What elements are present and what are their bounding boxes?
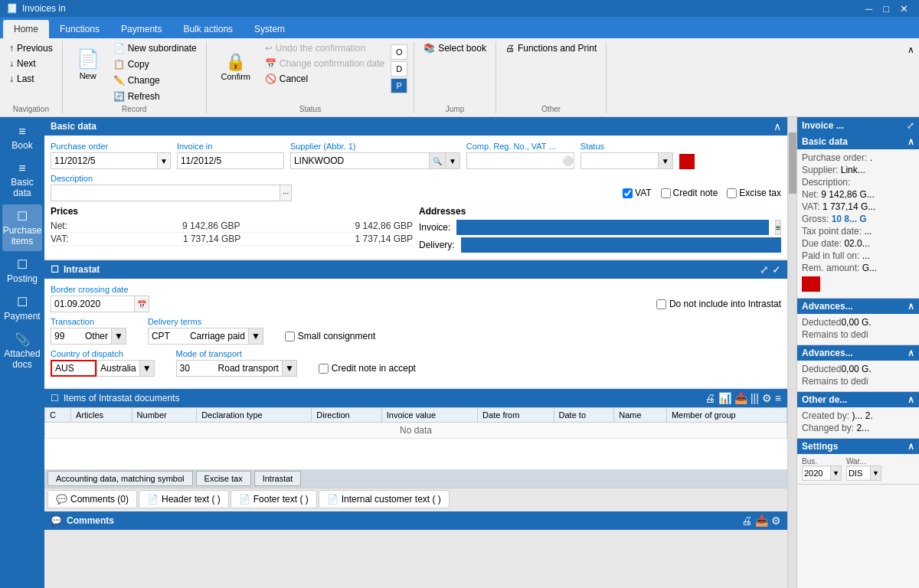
supplier-dropdown-btn[interactable]: ▼ [445,153,460,168]
excise-tax-checkbox-label[interactable]: Excise tax [727,188,781,198]
footer-text-icon: 📄 [239,494,250,505]
invoice-address-btn[interactable]: ≡ [775,220,781,235]
close-button[interactable]: ✕ [895,3,913,15]
right-basic-data-title[interactable]: Basic data ∧ [797,134,919,149]
border-crossing-input[interactable] [51,296,135,312]
do-not-include-label[interactable]: Do not include into Intrastat [656,299,781,309]
transaction-dropdown-btn[interactable]: ▼ [111,328,126,344]
intrastat-expand-btn[interactable]: ⤢ [760,263,769,276]
header-text-tab[interactable]: 📄 Header text ( ) [139,490,229,508]
comments-tab[interactable]: 💬 Comments (0) [47,490,137,508]
items-export-btn[interactable]: 📥 [734,392,747,404]
sidebar-book[interactable]: ≡ Book [2,120,42,155]
delivery-terms-input[interactable] [149,329,187,343]
supplier-search-btn[interactable]: 🔍 [429,153,445,168]
border-crossing-calendar-btn[interactable]: 📅 [135,296,149,312]
select-book-button[interactable]: 📚 Select book [420,41,489,55]
items-settings-btn[interactable]: ⚙ [762,392,772,404]
transaction-input[interactable] [51,329,82,343]
scrollbar-thumb[interactable] [789,132,796,194]
right-panel-expand-btn[interactable]: ⤢ [907,120,914,131]
country-dropdown-btn[interactable]: ▼ [139,361,154,376]
items-chart-btn[interactable]: 📊 [718,392,731,404]
sidebar-purchase-items[interactable]: ☐ Purchase items [2,204,42,251]
functions-print-button[interactable]: 🖨 Functions and Print [502,41,600,55]
new-subordinate-button[interactable]: 📄 New subordinate [110,41,200,55]
vat-checkbox-label[interactable]: VAT [623,188,652,198]
credit-note-checkbox-label[interactable]: Credit note [661,188,718,198]
tab-home[interactable]: Home [3,20,49,38]
intrastat-tab[interactable]: Intrastat [254,471,302,486]
cancel-button[interactable]: 🚫 Cancel [262,72,388,86]
accounting-data-tab[interactable]: Accounting data, matching symbol [47,471,193,486]
right-other-title[interactable]: Other de... ∧ [797,392,919,407]
tab-system[interactable]: System [244,20,296,38]
new-button[interactable]: 📄 New [69,41,107,87]
small-consignment-label[interactable]: Small consignment [285,331,375,341]
intrastat-confirm-btn[interactable]: ✓ [772,263,781,276]
copy-button[interactable]: 📋 Copy [110,57,200,71]
small-consignment-checkbox[interactable] [285,332,295,341]
last-button[interactable]: ↓ Last [6,72,56,86]
right-advances2-title[interactable]: Advances... ∧ [797,345,919,361]
tab-payments[interactable]: Payments [110,20,172,38]
country-code-input[interactable] [51,360,96,377]
internal-customer-text-tab[interactable]: 📄 Internal customer text ( ) [319,490,450,508]
items-menu-btn[interactable]: ≡ [775,392,781,404]
previous-button[interactable]: ↑ Previous [6,41,56,55]
vat-price-row: VAT: 1 737,14 GBP 1 737,14 GBP [51,233,413,246]
description-input[interactable] [51,185,280,201]
next-button[interactable]: ↓ Next [6,57,56,70]
sidebar-basic-data[interactable]: ≡ Basic data [2,157,42,203]
delivery-terms-dropdown-btn[interactable]: ▼ [248,328,263,344]
change-confirmation-date-button[interactable]: 📅 Change confirmation date [262,57,388,70]
sidebar-attached-docs[interactable]: 📎 Attached docs [2,328,42,374]
change-button[interactable]: ✏️ Change [110,74,200,87]
p-button[interactable]: P [391,78,407,93]
vat-checkbox[interactable] [623,188,633,198]
basic-data-collapse-btn[interactable]: ∧ [773,120,781,132]
comments-settings-btn[interactable]: ⚙ [771,514,781,527]
excise-tax-checkbox[interactable] [727,188,737,198]
war-input[interactable] [847,468,870,479]
description-expand-btn[interactable]: ··· [280,185,292,201]
ribbon-collapse-button[interactable]: ∧ [903,41,919,113]
d-button[interactable]: D [391,61,407,77]
status-input[interactable] [581,154,658,168]
credit-note-accept-label[interactable]: Credit note in accept [319,363,416,374]
credit-note-accept-checkbox[interactable] [319,364,329,374]
war-dropdown-btn[interactable]: ▼ [870,466,881,480]
tab-bulk-actions[interactable]: Bulk actions [172,20,244,38]
supplier-input[interactable] [291,154,429,168]
status-dropdown-btn[interactable]: ▼ [658,153,672,168]
right-advances1-title[interactable]: Advances... ∧ [797,299,919,314]
vat-input[interactable] [467,154,559,168]
excise-tax-tab[interactable]: Excise tax [196,471,251,486]
refresh-button[interactable]: 🔄 Refresh [110,90,200,103]
bus-dropdown-btn[interactable]: ▼ [830,466,841,480]
title-bar-controls[interactable]: ─ □ ✕ [861,3,913,15]
confirm-button[interactable]: 🔒 Confirm [213,41,259,91]
transport-code-input[interactable] [177,361,215,375]
bus-input[interactable] [803,468,830,479]
undo-confirmation-button[interactable]: ↩ Undo the confirmation [262,41,388,55]
comments-export-btn[interactable]: 📥 [755,514,768,527]
invoice-in-input[interactable] [177,152,284,169]
minimize-button[interactable]: ─ [861,3,877,15]
footer-text-tab[interactable]: 📄 Footer text ( ) [231,490,317,508]
do-not-include-checkbox[interactable] [656,299,666,309]
items-barcode-btn[interactable]: ||| [751,392,759,404]
right-settings-title[interactable]: Settings ∧ [797,439,919,454]
o-button[interactable]: O [391,44,407,60]
purchase-order-dropdown-btn[interactable]: ▼ [158,152,171,169]
maximize-button[interactable]: □ [878,3,894,15]
purchase-order-input[interactable] [51,152,158,169]
sidebar-payment[interactable]: ☐ Payment [2,290,42,326]
vertical-scrollbar[interactable] [787,117,796,588]
comments-print-btn[interactable]: 🖨 [741,514,752,527]
items-print-btn[interactable]: 🖨 [705,392,715,404]
credit-note-checkbox[interactable] [661,188,671,198]
sidebar-posting[interactable]: ☐ Posting [2,253,42,289]
transport-dropdown-btn[interactable]: ▼ [282,361,296,376]
tab-functions[interactable]: Functions [49,20,110,38]
